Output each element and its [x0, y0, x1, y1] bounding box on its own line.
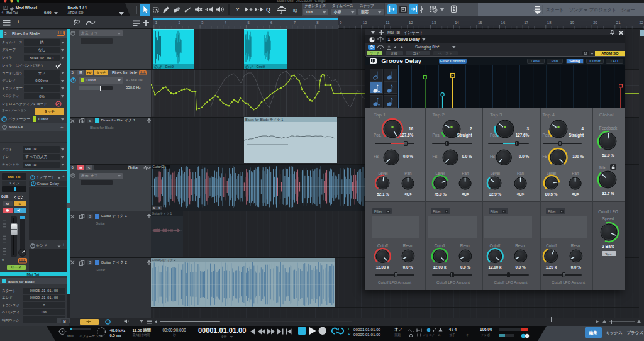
- svg-text:A: A: [4, 6, 7, 9]
- svg-text:C: C: [18, 195, 21, 199]
